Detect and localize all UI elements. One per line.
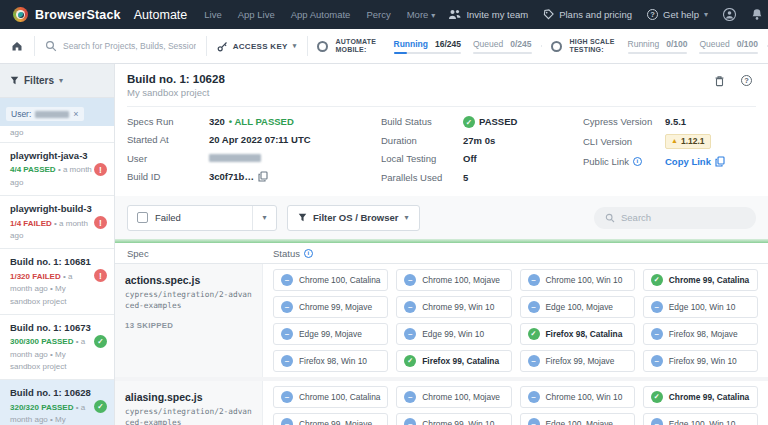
session-chip[interactable]: Chrome 100, Win 10	[520, 269, 635, 291]
access-key-button[interactable]: ACCESS KEY ▾	[207, 41, 307, 52]
info-icon[interactable]: i	[304, 249, 313, 258]
session-status-icon	[651, 418, 663, 425]
build-list-item[interactable]: playwright-build-3 1/4 FAILED • a month …	[0, 196, 114, 249]
nav-link[interactable]: Live	[204, 9, 221, 20]
session-chip[interactable]: Chrome 100, Catalina	[273, 386, 388, 408]
filters-toggle[interactable]: Filters ▾	[0, 64, 114, 98]
build-help-icon[interactable]: ?	[741, 75, 752, 86]
truncated-build-item[interactable]: ago	[0, 126, 114, 143]
build-status-badge-icon	[94, 216, 107, 229]
session-chip[interactable]: Edge 99, Mojave	[273, 323, 388, 345]
spec-name[interactable]: aliasing.spec.js	[125, 391, 252, 403]
session-chip[interactable]: Chrome 100, Mojave	[396, 269, 511, 291]
session-chip[interactable]: Firefox 98, Mojave	[643, 323, 758, 345]
usage-progress-track	[628, 52, 688, 54]
build-list-item[interactable]: Build no. 1: 10673 300/300 PASSED • a mo…	[0, 315, 114, 381]
brand-name[interactable]: BrowserStack	[35, 8, 121, 22]
session-chip[interactable]: Edge 100, Mojave	[520, 413, 635, 425]
session-chip[interactable]: Edge 100, Win 10	[643, 413, 758, 425]
session-label: Chrome 99, Mojave	[299, 302, 372, 312]
secondary-toolbar: ACCESS KEY ▾ AUTOMATE MOBILE: Running 16…	[0, 29, 768, 64]
funnel-icon	[298, 213, 307, 222]
spec-search[interactable]	[594, 207, 756, 229]
search-icon	[605, 213, 615, 223]
usage-stat[interactable]: Queued 0/245	[473, 39, 532, 54]
session-label: Firefox 98, Mojave	[669, 329, 738, 339]
cli-version-warning-badge[interactable]: ▲1.12.1	[665, 134, 711, 148]
spec-name[interactable]: actions.spec.js	[125, 274, 252, 286]
nav-link[interactable]: More	[407, 9, 436, 20]
plans-pricing-button[interactable]: Plans and pricing	[543, 9, 632, 20]
nav-link[interactable]: Percy	[366, 9, 390, 20]
copy-link-button[interactable]: Copy Link	[665, 156, 711, 167]
session-status-icon	[404, 391, 416, 403]
build-name: Build no. 1: 10681	[10, 256, 92, 267]
failed-filter-dropdown[interactable]: Failed ▾	[127, 205, 277, 231]
session-chip[interactable]: Chrome 100, Win 10	[520, 386, 635, 408]
user-filter-chip[interactable]: User: ×	[6, 107, 84, 121]
session-chip[interactable]: Firefox 99, Catalina	[396, 350, 511, 372]
chevron-down-icon: ▾	[59, 76, 63, 85]
session-label: Edge 99, Win 10	[422, 329, 484, 339]
get-help-menu[interactable]: ? Get help ▾	[647, 9, 708, 20]
session-chip[interactable]: Chrome 100, Catalina	[273, 269, 388, 291]
home-button[interactable]	[0, 40, 34, 52]
session-chip[interactable]: Firefox 99, Mojave	[520, 350, 635, 372]
usage-stat[interactable]: Running 0/100	[628, 39, 688, 54]
redacted-user-value	[209, 154, 261, 162]
filter-os-browser-button[interactable]: Filter OS / Browser ▾	[287, 205, 420, 231]
failed-checkbox[interactable]	[137, 212, 148, 223]
top-navigation: BrowserStack Automate Live App Live App …	[0, 0, 768, 29]
build-list-item[interactable]: Build no. 1: 10681 1/320 FAILED • a mont…	[0, 249, 114, 315]
active-filters-row: User: ×	[0, 98, 114, 126]
session-label: Firefox 99, Mojave	[546, 356, 615, 366]
session-chip[interactable]: Chrome 99, Win 10	[396, 413, 511, 425]
session-chip[interactable]: Chrome 100, Mojave	[396, 386, 511, 408]
delete-build-button[interactable]	[714, 75, 725, 87]
usage-progress-track	[699, 52, 758, 54]
session-chip[interactable]: Chrome 99, Win 10	[396, 296, 511, 318]
session-chip[interactable]: Chrome 99, Catalina	[643, 269, 758, 291]
session-status-icon	[281, 274, 293, 286]
main-search[interactable]	[35, 40, 206, 52]
nav-link[interactable]: App Automate	[291, 9, 351, 20]
spec-search-input[interactable]	[621, 212, 745, 223]
session-status-icon	[281, 355, 293, 367]
session-label: Chrome 99, Win 10	[422, 302, 494, 312]
account-icon[interactable]	[723, 8, 736, 21]
copy-icon[interactable]	[258, 171, 268, 182]
build-name: Build no. 1: 10673	[10, 322, 92, 333]
notifications-bell-icon[interactable]	[751, 8, 763, 21]
copy-icon[interactable]	[715, 156, 725, 167]
session-chip[interactable]: Edge 100, Win 10	[643, 296, 758, 318]
browserstack-logo-icon[interactable]	[13, 7, 28, 22]
session-label: Chrome 100, Mojave	[422, 392, 500, 402]
invite-team-button[interactable]: Invite my team	[448, 9, 528, 20]
builds-sidebar: Filters ▾ User: × ago playwright-java-3 …	[0, 64, 115, 425]
search-input[interactable]	[63, 41, 196, 51]
funnel-icon	[10, 76, 19, 85]
session-status-icon	[528, 328, 540, 340]
session-chip[interactable]: Firefox 99, Win 10	[643, 350, 758, 372]
session-chip[interactable]: Edge 99, Win 10	[396, 323, 511, 345]
build-list-item[interactable]: playwright-java-3 4/4 PASSED • a month a…	[0, 143, 114, 196]
nav-link[interactable]: App Live	[238, 9, 275, 20]
session-chip[interactable]: Chrome 99, Mojave	[273, 413, 388, 425]
session-status-icon	[404, 355, 416, 367]
usage-stat[interactable]: Running 16/245	[394, 39, 461, 54]
session-label: Chrome 100, Mojave	[422, 275, 500, 285]
session-chip[interactable]: Firefox 98, Win 10	[273, 350, 388, 372]
build-title: Build no. 1: 10628	[127, 73, 756, 85]
passed-check-icon: ✓	[463, 116, 475, 128]
session-chip[interactable]: Firefox 98, Catalina	[520, 323, 635, 345]
build-list-item[interactable]: Build no. 1: 10628 320/320 PASSED • a mo…	[0, 380, 114, 425]
product-name: Automate	[134, 8, 188, 22]
session-status-icon	[651, 391, 663, 403]
session-chip[interactable]: Chrome 99, Catalina	[643, 386, 758, 408]
session-chip[interactable]: Chrome 99, Mojave	[273, 296, 388, 318]
info-icon: i	[633, 157, 642, 166]
session-chip[interactable]: Edge 100, Mojave	[520, 296, 635, 318]
remove-filter-icon[interactable]: ×	[73, 110, 78, 119]
chevron-down-icon[interactable]: ▾	[252, 206, 276, 230]
usage-stat[interactable]: Queued 0/100	[699, 39, 758, 54]
